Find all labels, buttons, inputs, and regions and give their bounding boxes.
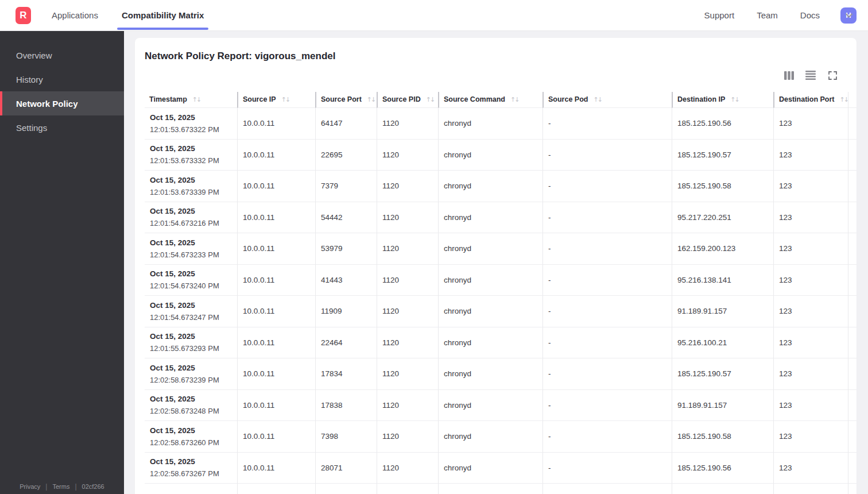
destination-port-cell: 123 [773,421,848,453]
timestamp-cell: Oct 15, 202512:01:53.673339 PM [145,171,237,202]
column-header-source-pod[interactable]: Source Pod↑↓ [542,92,672,108]
app-logo[interactable]: R [16,7,31,24]
source-command-cell: chronyd [438,108,542,140]
source-command-cell: chronyd [438,453,542,484]
source-command-cell: chronyd [438,421,542,453]
primary-nav: Applications Compatibility Matrix [52,0,208,31]
destination-ip-cell: 162.159.200.123 [672,233,773,265]
source-pod-cell: - [542,265,672,296]
source-pid-cell: 1120 [377,265,438,296]
fullscreen-icon[interactable] [827,70,838,80]
main-area: Network Policy Report: vigorous_mendel [124,31,868,494]
column-header-source-port[interactable]: Source Port↑↓ [315,92,377,108]
source-ip-cell: 10.0.0.11 [237,108,315,140]
column-header-label: Source Command [444,95,505,103]
column-header-destination-port[interactable]: Destination Port↑↓ [773,92,848,108]
table-filler-cell [848,171,857,202]
nav-item-applications[interactable]: Applications [52,10,98,20]
privacy-link[interactable]: Privacy [20,483,40,490]
columns-icon[interactable] [784,70,794,80]
source-port-cell: 53979 [315,233,377,265]
table-filler-cell [848,484,857,494]
destination-port-cell: 123 [773,296,848,327]
nav-item-docs[interactable]: Docs [800,10,820,20]
timestamp-cell: Oct 15, 202512:02:58.673239 PM [145,358,237,390]
table-filler-cell [848,327,857,359]
column-header-source-pid[interactable]: Source PID↑↓ [377,92,438,108]
chevron-down-icon[interactable] [844,11,854,20]
rows-icon[interactable] [805,70,816,80]
nav-item-compatibility-matrix-label: Compatibility Matrix [122,10,204,20]
source-pod-cell: - [542,233,672,265]
table-body: Oct 15, 202512:01:53.673322 PM10.0.0.116… [145,108,857,494]
destination-port-cell: 123 [773,171,848,202]
table-filler-cell [848,265,857,296]
source-command-cell: chronyd [438,202,542,234]
destination-port-cell: 123 [773,358,848,390]
source-pod-cell: - [542,202,672,234]
table-toolbar [784,70,838,80]
table-row: Oct 15, 202512:01:55.673293 PM10.0.0.112… [145,327,857,359]
destination-port-cell: 123 [773,233,848,265]
terms-link[interactable]: Terms [52,483,69,490]
timestamp-cell: Oct 15, 202512:01:53.673322 PM [145,108,237,140]
source-pod-cell: - [542,421,672,453]
source-ip-cell: 10.0.0.11 [237,202,315,234]
destination-ip-cell: 95.217.220.251 [672,202,773,234]
user-menu: H [842,7,854,24]
source-ip-cell: 10.0.0.11 [237,327,315,359]
source-ip-cell: 10.0.0.11 [237,421,315,453]
destination-port-cell: 123 [773,390,848,422]
nav-item-compatibility-matrix[interactable]: Compatibility Matrix [117,0,208,31]
nav-item-team[interactable]: Team [757,10,778,20]
sort-icon: ↑↓ [426,96,434,103]
source-ip-cell: 10.0.0.11 [237,265,315,296]
column-header-filler [848,92,857,108]
table-header-row: Timestamp↑↓ Source IP↑↓ Source Port↑↓ So… [145,92,857,108]
source-pid-cell: 1120 [377,171,438,202]
source-command-cell: chronyd [438,296,542,327]
table-row: Oct 15, 202512:01:53.673332 PM10.0.0.112… [145,140,857,171]
column-header-timestamp[interactable]: Timestamp↑↓ [145,92,237,108]
sort-icon: ↑↓ [730,96,738,103]
column-header-destination-ip[interactable]: Destination IP↑↓ [672,92,773,108]
sidebar-item-network-policy[interactable]: Network Policy [0,91,124,115]
source-command-cell: chronyd [438,233,542,265]
timestamp-cell: Oct 15, 202512:01:55.673293 PM [145,327,237,359]
sidebar-item-overview[interactable]: Overview [0,43,124,67]
top-nav: R Applications Compatibility Matrix Supp… [0,0,868,31]
source-pid-cell: 1120 [377,202,438,234]
destination-ip-cell: 91.189.91.157 [672,296,773,327]
timestamp-cell: Oct 15, 202512:01:53.673332 PM [145,140,237,171]
source-pid-cell: 1120 [377,327,438,359]
nav-item-support[interactable]: Support [704,10,735,20]
timestamp-cell: Oct 15, 202512:02:58.673260 PM [145,421,237,453]
destination-ip-cell: 185.125.190.57 [672,358,773,390]
source-command-cell: chronyd [438,327,542,359]
destination-port-cell: 123 [773,453,848,484]
table-row: Oct 15, 202512:01:53.673339 PM10.0.0.117… [145,171,857,202]
sidebar-item-history[interactable]: History [0,67,124,91]
timestamp-cell: Oct 15, 202512:01:54.673216 PM [145,202,237,234]
destination-ip-cell [672,484,773,494]
source-pid-cell [377,484,438,494]
source-port-cell: 28071 [315,453,377,484]
sidebar-item-settings[interactable]: Settings [0,115,124,140]
source-pid-cell: 1120 [377,453,438,484]
timestamp-cell: Oct 15, 202512:01:54.673233 PM [145,233,237,265]
destination-port-cell: 123 [773,265,848,296]
source-pid-cell: 1120 [377,233,438,265]
source-command-cell: chronyd [438,358,542,390]
source-pod-cell: - [542,108,672,140]
timestamp-cell: Oct 15, 202512:02:58.673248 PM [145,390,237,422]
source-pod-cell: - [542,390,672,422]
column-header-label: Source IP [243,95,276,103]
destination-ip-cell: 185.125.190.58 [672,421,773,453]
column-header-source-command[interactable]: Source Command↑↓ [438,92,542,108]
source-port-cell: 22695 [315,140,377,171]
table-row: Oct 15, 2025 [145,484,857,494]
source-ip-cell: 10.0.0.11 [237,233,315,265]
column-header-source-ip[interactable]: Source IP↑↓ [237,92,315,108]
source-pod-cell: - [542,327,672,359]
table-row: Oct 15, 202512:02:58.673239 PM10.0.0.111… [145,358,857,390]
